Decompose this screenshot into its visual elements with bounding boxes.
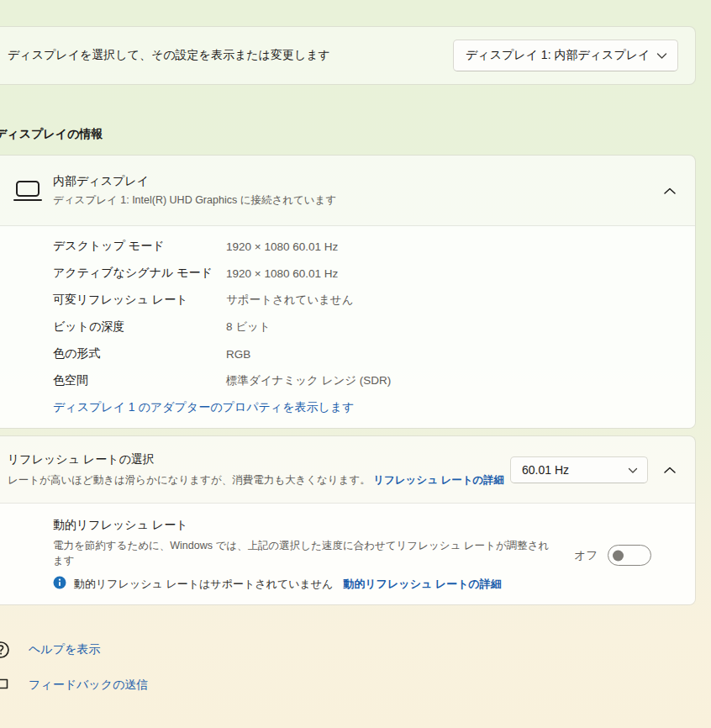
- detail-label: ビットの深度: [53, 319, 226, 335]
- chevron-down-icon: [628, 463, 638, 477]
- section-title-display-info: ディスプレイの情報: [0, 125, 696, 142]
- help-link[interactable]: ヘルプを表示: [29, 642, 100, 657]
- refresh-rate-title: リフレッシュ レートの選択: [8, 452, 510, 467]
- display-selector-label: ディスプレイを選択して、その設定を表示または変更します: [8, 48, 330, 63]
- chevron-up-icon[interactable]: [663, 466, 677, 474]
- chevron-up-icon[interactable]: [663, 183, 677, 198]
- detail-row-desktop-mode: デスクトップ モード 1920 × 1080 60.01 Hz: [53, 233, 678, 260]
- settings-page: ディスプレイを選択して、その設定を表示または変更します ディスプレイ 1: 内部…: [0, 26, 696, 694]
- detail-label: 色の形式: [53, 346, 226, 361]
- monitor-icon: [13, 178, 43, 203]
- refresh-rate-dropdown-value: 60.01 Hz: [522, 463, 569, 477]
- help-row: ヘルプを表示: [0, 641, 696, 659]
- detail-label: 可変リフレッシュ レート: [53, 293, 226, 308]
- refresh-rate-description-text: レートが高いほど動きは滑らかになりますが、消費電力も大きくなります。: [8, 474, 371, 486]
- internal-display-title: 内部ディスプレイ: [53, 174, 663, 189]
- detail-value: 1920 × 1080 60.01 Hz: [226, 267, 338, 280]
- dynamic-refresh-section: 動的リフレッシュ レート 電力を節約するために、Windows では、上記の選択…: [0, 504, 695, 604]
- dynamic-refresh-learn-more-link[interactable]: 動的リフレッシュ レートの詳細: [343, 577, 501, 592]
- chevron-down-icon: [656, 49, 667, 62]
- detail-row-bit-depth: ビットの深度 8 ビット: [53, 314, 678, 340]
- refresh-rate-description: レートが高いほど動きは滑らかになりますが、消費電力も大きくなります。 リフレッシ…: [8, 473, 510, 488]
- feedback-row: フィードバックの送信: [0, 676, 696, 694]
- detail-value: RGB: [226, 348, 250, 361]
- toggle-knob: [613, 550, 624, 561]
- refresh-rate-card: リフレッシュ レートの選択 レートが高いほど動きは滑らかになりますが、消費電力も…: [0, 435, 696, 605]
- display-info-expander: 内部ディスプレイ ディスプレイ 1: Intel(R) UHD Graphics…: [0, 155, 696, 429]
- detail-value: 8 ビット: [226, 319, 271, 335]
- dynamic-refresh-toggle[interactable]: [608, 545, 651, 566]
- detail-row-color-format: 色の形式 RGB: [53, 340, 678, 367]
- display-info-expander-header[interactable]: 内部ディスプレイ ディスプレイ 1: Intel(R) UHD Graphics…: [0, 156, 695, 226]
- dynamic-refresh-description: 電力を節約するために、Windows では、上記の選択した速度に合わせてリフレッ…: [53, 538, 557, 568]
- dynamic-refresh-unsupported-note: 動的リフレッシュ レートはサポートされていません: [74, 577, 333, 592]
- detail-row-color-space: 色空間 標準ダイナミック レンジ (SDR): [53, 367, 678, 394]
- info-icon: [53, 576, 66, 593]
- display-selector-dropdown-value: ディスプレイ 1: 内部ディスプレイ: [466, 48, 650, 63]
- detail-label: 色空間: [53, 373, 226, 388]
- detail-value: 1920 × 1080 60.01 Hz: [226, 240, 338, 253]
- adapter-properties-link[interactable]: ディスプレイ 1 のアダプターのプロパティを表示します: [53, 400, 354, 415]
- detail-label: アクティブなシグナル モード: [53, 266, 226, 281]
- refresh-rate-text: リフレッシュ レートの選択 レートが高いほど動きは滑らかになりますが、消費電力も…: [8, 452, 510, 488]
- toggle-state-label: オフ: [574, 548, 598, 563]
- refresh-rate-dropdown[interactable]: 60.01 Hz: [510, 456, 648, 483]
- help-icon: [0, 641, 10, 659]
- refresh-rate-learn-more-link[interactable]: リフレッシュ レートの詳細: [373, 474, 504, 486]
- detail-row-active-signal-mode: アクティブなシグナル モード 1920 × 1080 60.01 Hz: [53, 260, 678, 287]
- detail-label: デスクトップ モード: [53, 239, 226, 254]
- display-info-titles: 内部ディスプレイ ディスプレイ 1: Intel(R) UHD Graphics…: [53, 174, 663, 208]
- feedback-icon: [0, 676, 10, 694]
- refresh-rate-header: リフレッシュ レートの選択 レートが高いほど動きは滑らかになりますが、消費電力も…: [0, 436, 695, 504]
- dynamic-refresh-info-row: 動的リフレッシュ レートはサポートされていません 動的リフレッシュ レートの詳細: [53, 576, 574, 593]
- internal-display-subtitle: ディスプレイ 1: Intel(R) UHD Graphics に接続されていま…: [53, 193, 663, 208]
- footer-links: ヘルプを表示 フィードバックの送信: [0, 641, 696, 694]
- display-info-details: デスクトップ モード 1920 × 1080 60.01 Hz アクティブなシグ…: [0, 226, 695, 428]
- detail-value: サポートされていません: [226, 293, 354, 308]
- feedback-link[interactable]: フィードバックの送信: [29, 678, 148, 693]
- dynamic-refresh-title: 動的リフレッシュ レート: [53, 518, 574, 533]
- display-selector-card: ディスプレイを選択して、その設定を表示または変更します ディスプレイ 1: 内部…: [0, 26, 696, 85]
- detail-value: 標準ダイナミック レンジ (SDR): [226, 373, 391, 388]
- detail-row-variable-refresh-rate: 可変リフレッシュ レート サポートされていません: [53, 287, 678, 314]
- dynamic-refresh-toggle-group: オフ: [574, 545, 651, 566]
- display-selector-dropdown[interactable]: ディスプレイ 1: 内部ディスプレイ: [453, 40, 678, 71]
